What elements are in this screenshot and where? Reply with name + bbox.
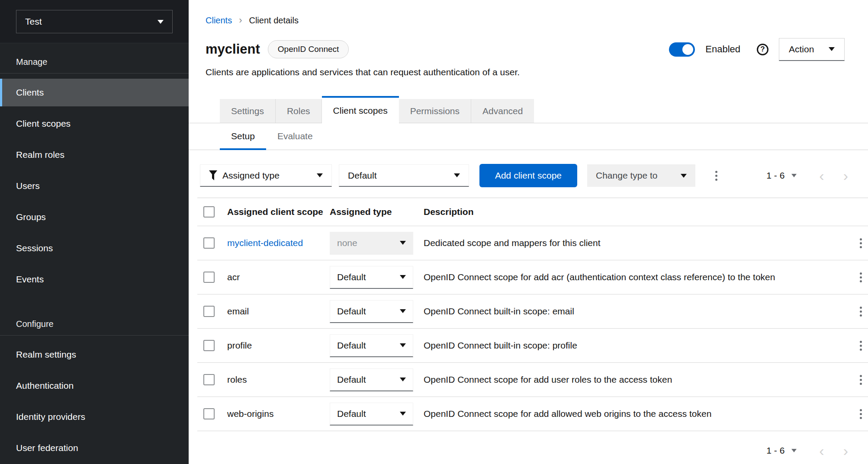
sidebar-item-realm-settings[interactable]: Realm settings — [0, 341, 189, 368]
chevron-down-icon — [400, 343, 406, 347]
assigned-type-select[interactable]: Default — [330, 403, 413, 426]
tab-roles[interactable]: Roles — [276, 99, 322, 123]
chevron-down-icon — [400, 412, 406, 416]
sidebar: Test Manage Clients Client scopes Realm … — [0, 0, 189, 464]
assigned-type-value: Default — [337, 272, 366, 282]
tab-settings[interactable]: Settings — [220, 99, 276, 123]
masthead: Test — [0, 0, 189, 43]
scope-name: roles — [227, 374, 247, 384]
table-row: email Default OpenID Connect built-in sc… — [197, 294, 868, 329]
assigned-type-value: Default — [337, 409, 366, 419]
sidebar-item-clients[interactable]: Clients — [0, 79, 189, 106]
action-dropdown[interactable]: Action — [779, 38, 845, 61]
add-client-scope-button[interactable]: Add client scope — [479, 164, 577, 187]
realm-selector[interactable]: Test — [16, 10, 173, 33]
sidebar-item-groups[interactable]: Groups — [0, 203, 189, 231]
column-header-assigned-client-scope: Assigned client scope — [221, 207, 330, 217]
subtab-setup[interactable]: Setup — [220, 123, 266, 150]
nav-section-configure: Configure — [16, 319, 189, 330]
sidebar-item-sessions[interactable]: Sessions — [0, 234, 189, 262]
sidebar-item-authentication[interactable]: Authentication — [0, 372, 189, 400]
pagination-bottom: 1 - 6 ‹ › — [189, 444, 848, 457]
row-checkbox[interactable] — [203, 374, 215, 385]
tab-advanced[interactable]: Advanced — [471, 99, 534, 123]
assigned-type-filter-dropdown[interactable]: Assigned type — [200, 164, 332, 187]
chevron-down-icon — [829, 47, 835, 51]
tab-permissions[interactable]: Permissions — [399, 99, 471, 123]
assigned-type-value: Default — [337, 374, 366, 385]
row-checkbox[interactable] — [203, 237, 215, 249]
scope-name-link[interactable]: myclient-dedicated — [227, 238, 303, 248]
page-description: Clients are applications and services th… — [206, 67, 845, 77]
row-checkbox[interactable] — [203, 408, 215, 419]
pagination-range: 1 - 6 — [766, 170, 784, 181]
row-checkbox[interactable] — [203, 272, 215, 283]
row-checkbox[interactable] — [203, 340, 215, 351]
chevron-down-icon — [317, 173, 323, 177]
protocol-badge: OpenID Connect — [268, 40, 349, 58]
assigned-type-select[interactable]: none — [330, 232, 413, 255]
enabled-toggle[interactable] — [669, 42, 695, 57]
title-row: myclient OpenID Connect Enabled ? Action — [206, 38, 845, 61]
row-kebab-button[interactable] — [855, 406, 866, 422]
table-row: profile Default OpenID Connect built-in … — [197, 329, 868, 363]
row-checkbox[interactable] — [203, 306, 215, 317]
sidebar-item-users[interactable]: Users — [0, 172, 189, 200]
chevron-down-icon — [791, 449, 797, 452]
filter-value-dropdown[interactable]: Default — [339, 164, 469, 187]
sidebar-item-realm-roles[interactable]: Realm roles — [0, 141, 189, 169]
toolbar-kebab-button[interactable] — [711, 167, 722, 184]
pagination-range: 1 - 6 — [766, 445, 784, 456]
breadcrumb: Clients › Client details — [206, 16, 845, 25]
scope-description: OpenID Connect scope for add allowed web… — [424, 409, 838, 419]
client-scopes-table: Assigned client scope Assigned type Desc… — [197, 198, 868, 431]
pagination-prev-button[interactable]: ‹ — [819, 444, 824, 457]
change-type-dropdown[interactable]: Change type to — [587, 164, 695, 187]
pagination-prev-button[interactable]: ‹ — [819, 169, 824, 182]
row-kebab-button[interactable] — [855, 371, 866, 388]
select-all-checkbox[interactable] — [203, 206, 215, 218]
breadcrumb-current: Client details — [249, 16, 299, 26]
sidebar-item-user-federation[interactable]: User federation — [0, 434, 189, 462]
row-kebab-button[interactable] — [855, 337, 866, 354]
row-kebab-button[interactable] — [855, 269, 866, 286]
assigned-type-select[interactable]: Default — [330, 300, 413, 323]
subtab-bar: Setup Evaluate — [189, 123, 868, 150]
assigned-type-value: none — [337, 238, 357, 248]
enabled-label: Enabled — [705, 44, 740, 55]
chevron-down-icon — [400, 275, 406, 279]
chevron-down-icon — [400, 309, 406, 313]
filter-value-label: Default — [348, 170, 377, 181]
table-row: myclient-dedicated none Dedicated scope … — [197, 226, 868, 260]
assigned-type-select[interactable]: Default — [330, 368, 413, 391]
help-icon[interactable]: ? — [757, 44, 768, 55]
pagination-range-dropdown[interactable]: 1 - 6 — [766, 170, 797, 181]
scope-name: email — [227, 306, 249, 316]
pagination-next-button[interactable]: › — [843, 169, 848, 182]
row-kebab-button[interactable] — [855, 235, 866, 252]
chevron-down-icon — [158, 20, 164, 24]
breadcrumb-clients-link[interactable]: Clients — [206, 16, 232, 26]
subtab-evaluate[interactable]: Evaluate — [266, 123, 324, 150]
realm-selector-value: Test — [25, 16, 42, 27]
assigned-type-value: Default — [337, 306, 366, 317]
tab-client-scopes[interactable]: Client scopes — [322, 96, 399, 123]
page-head: Clients › Client details myclient OpenID… — [189, 0, 868, 77]
tab-bar: Settings Roles Client scopes Permissions… — [189, 96, 868, 123]
divider — [0, 335, 189, 336]
pagination-range-dropdown[interactable]: 1 - 6 — [766, 445, 797, 456]
assigned-type-select[interactable]: Default — [330, 334, 413, 357]
header-controls: Enabled ? Action — [669, 38, 845, 61]
assigned-type-select[interactable]: Default — [330, 266, 413, 289]
scope-name: acr — [227, 272, 240, 282]
table-row: roles Default OpenID Connect scope for a… — [197, 363, 868, 397]
chevron-down-icon — [400, 378, 406, 381]
pagination-next-button[interactable]: › — [843, 444, 848, 457]
sidebar-item-events[interactable]: Events — [0, 266, 189, 293]
row-kebab-button[interactable] — [855, 303, 866, 320]
action-dropdown-label: Action — [789, 44, 814, 54]
sidebar-item-client-scopes[interactable]: Client scopes — [0, 110, 189, 138]
filter-icon — [209, 170, 217, 180]
scope-name: profile — [227, 340, 252, 350]
sidebar-item-identity-providers[interactable]: Identity providers — [0, 403, 189, 431]
